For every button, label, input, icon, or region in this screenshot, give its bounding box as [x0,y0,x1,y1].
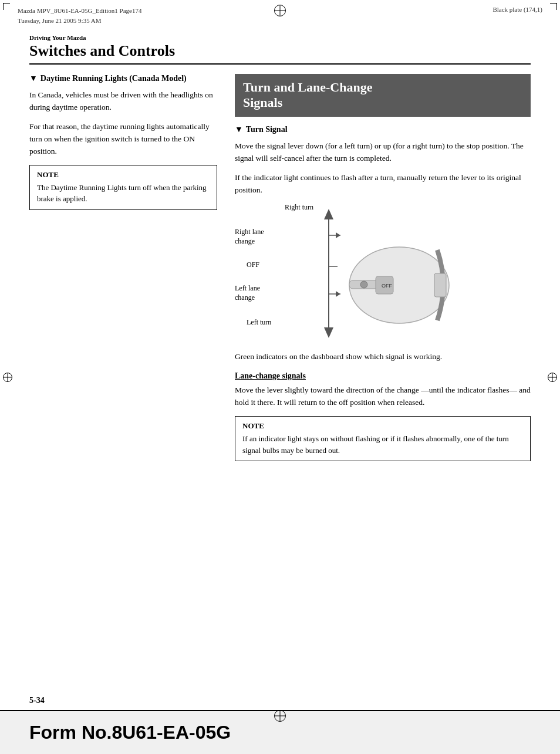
note2-text: If an indicator light stays on without f… [242,433,523,456]
lane-change-body: Move the lever slightly toward the direc… [235,384,531,409]
side-mark-right [548,373,557,382]
page-header: Mazda MPV_8U61-EA-05G_Edition1 Page174 T… [0,0,560,28]
section-subtitle: Driving Your Mazda [29,34,531,41]
corner-mark-tl [3,3,12,12]
svg-point-10 [360,281,367,288]
header-plate-info: Black plate (174,1) [492,6,542,13]
triangle-icon: ▼ [29,74,38,83]
note-text: The Daytime Running Lights turn off when… [37,182,210,205]
svg-marker-1 [324,209,333,219]
left-lane-change-label: Left lanechange [235,284,260,302]
turn-signal-triangle-icon: ▼ [235,125,243,134]
turn-lane-change-header: Turn and Lane-Change Signals [235,74,531,117]
page-container: Mazda MPV_8U61-EA-05G_Edition1 Page174 T… [0,0,560,754]
header-crosshair [274,5,286,16]
footer-page-number: 5-34 [0,696,560,710]
turn-lane-change-title: Turn and Lane-Change Signals [243,80,522,111]
daytime-heading-text: Daytime Running Lights (Canada Model) [41,74,187,83]
daytime-para1: In Canada, vehicles must be driven with … [29,89,217,114]
svg-marker-2 [324,327,333,338]
lever-diagram-area: Right turn Right lanechange OFF Left lan… [235,203,531,344]
lane-change-note-box: NOTE If an indicator light stays on with… [235,416,531,461]
lane-change-heading: Lane-change signals [235,371,531,381]
turn-signal-heading-text: Turn Signal [246,125,288,134]
turn-signal-body: Move the signal lever down (for a left t… [235,140,531,165]
two-column-layout: ▼ Daytime Running Lights (Canada Model) … [0,74,560,461]
daytime-running-lights-heading: ▼ Daytime Running Lights (Canada Model) [29,74,217,83]
turn-signal-heading: ▼ Turn Signal [235,125,531,134]
header-file-info: Mazda MPV_8U61-EA-05G_Edition1 Page174 [18,6,141,16]
footer-crosshair [274,710,286,722]
right-lane-change-label: Right lanechange [235,228,264,246]
daytime-note-box: NOTE The Daytime Running Lights turn off… [29,165,217,210]
indicator-flash-text: If the indicator light continues to flas… [235,172,531,197]
svg-marker-4 [336,232,340,238]
corner-mark-tr [548,3,557,12]
left-column: ▼ Daytime Running Lights (Canada Model) … [29,74,217,461]
daytime-para2: For that reason, the daytime running lig… [29,121,217,158]
page-footer: 5-34 Form No.8U61-EA-05G [0,696,560,754]
left-turn-label: Left turn [247,318,271,327]
right-column: Turn and Lane-Change Signals ▼ Turn Sign… [235,74,531,461]
section-title-area: Driving Your Mazda Switches and Controls [0,34,560,65]
header-left: Mazda MPV_8U61-EA-05G_Edition1 Page174 T… [18,6,141,25]
lever-svg: OFF [282,203,470,344]
note-label: NOTE [37,170,210,180]
note2-label: NOTE [242,421,523,431]
svg-text:OFF: OFF [382,283,392,289]
header-date: Tuesday, June 21 2005 9:35 AM [18,16,141,26]
svg-marker-6 [336,291,340,297]
off-label: OFF [247,261,259,270]
svg-rect-13 [434,273,446,297]
side-mark-left [3,373,12,382]
green-indicators-text: Green indicators on the dashboard show w… [235,351,531,363]
section-title: Switches and Controls [29,42,531,65]
